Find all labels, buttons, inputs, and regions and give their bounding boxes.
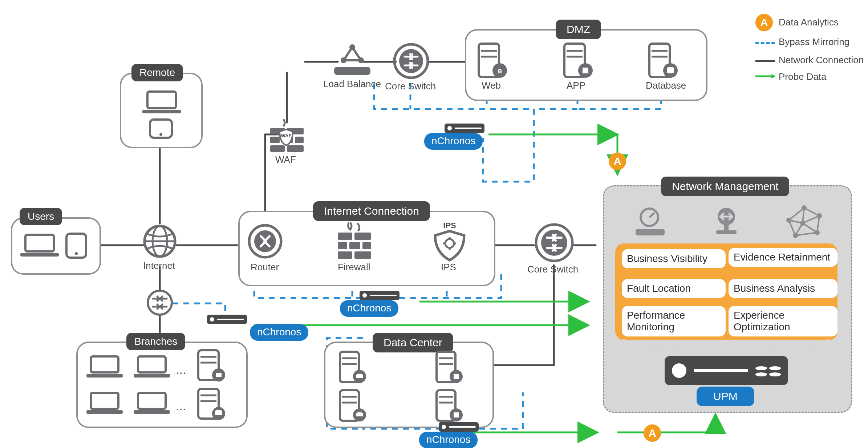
svg-point-102 <box>667 70 674 73</box>
core-switch-icon <box>534 222 575 263</box>
waf-label: WAF <box>275 154 296 165</box>
firewall-label: Firewall <box>338 262 370 273</box>
server-db-icon <box>646 42 679 78</box>
ips-label: IPS <box>441 262 456 273</box>
svg-point-134 <box>793 233 798 238</box>
svg-rect-41 <box>91 393 118 409</box>
svg-point-71 <box>541 230 567 256</box>
svg-rect-37 <box>91 356 118 372</box>
upm-badge: UPM <box>697 387 754 406</box>
mesh-icon <box>784 205 824 239</box>
card-evidence-retainment: Evidence Retainment <box>729 248 837 267</box>
svg-rect-74 <box>270 137 280 143</box>
svg-rect-113 <box>454 374 459 379</box>
svg-rect-61 <box>362 242 371 249</box>
card-experience-optimization: Experience Optimization <box>729 306 837 336</box>
card-business-analysis: Business Analysis <box>729 279 837 298</box>
nm-title: Network Management <box>661 177 789 196</box>
svg-point-133 <box>815 230 820 235</box>
server-icon <box>338 389 369 422</box>
svg-rect-40 <box>134 374 170 378</box>
svg-point-81 <box>341 57 346 63</box>
svg-rect-62 <box>338 251 352 259</box>
a-badge: A <box>609 153 626 170</box>
laptop-icon <box>86 355 123 379</box>
core-switch-icon <box>392 42 430 80</box>
svg-point-135 <box>786 218 791 223</box>
legend-probe: Probe Data <box>779 71 827 82</box>
internet-connection-title: Internet Connection <box>313 201 430 221</box>
svg-rect-108 <box>356 375 363 378</box>
nchronos-appliance-icon <box>445 124 484 133</box>
svg-point-28 <box>159 133 162 136</box>
web-label: Web <box>482 80 501 91</box>
svg-rect-30 <box>20 253 59 257</box>
legend-swatch-probe <box>755 73 776 80</box>
svg-rect-43 <box>138 393 166 409</box>
svg-rect-95 <box>583 68 588 73</box>
svg-rect-38 <box>86 374 123 378</box>
waf-icon: WAF <box>268 118 308 155</box>
router-label: Router <box>251 262 279 273</box>
load-balance-icon <box>330 43 374 78</box>
svg-point-82 <box>358 57 364 63</box>
data-center-title: Data Center <box>373 333 453 352</box>
app-label: APP <box>567 80 585 91</box>
upm-appliance-icon <box>665 356 788 385</box>
laptop-icon <box>142 89 182 115</box>
svg-rect-63 <box>354 251 371 259</box>
ellipsis: ... <box>176 399 186 413</box>
server-app-icon <box>561 42 594 78</box>
nchronos-badge: nChronos <box>419 432 478 448</box>
card-performance-monitoring: Performance Monitoring <box>622 306 726 336</box>
nchronos-badge: nChronos <box>424 133 483 150</box>
tablet-icon <box>149 118 173 139</box>
svg-rect-129 <box>724 225 729 230</box>
svg-text:WAF: WAF <box>281 133 292 138</box>
svg-rect-119 <box>356 413 363 416</box>
legend-swatch-bypass <box>755 42 775 44</box>
svg-rect-130 <box>716 230 737 234</box>
svg-rect-60 <box>349 242 360 249</box>
db-label: Database <box>646 80 686 91</box>
svg-point-80 <box>349 44 355 50</box>
svg-rect-39 <box>138 356 166 372</box>
svg-point-131 <box>802 205 807 210</box>
laptop-icon <box>20 233 60 258</box>
svg-rect-25 <box>147 92 176 108</box>
users-title: Users <box>20 208 62 225</box>
branches-title: Branches <box>126 333 185 350</box>
svg-point-36 <box>148 291 172 315</box>
firewall-icon <box>336 221 373 261</box>
a-badge: A <box>644 424 661 442</box>
ellipsis: ... <box>176 363 186 377</box>
nchronos-badge: nChronos <box>250 324 308 341</box>
svg-rect-58 <box>354 233 371 240</box>
svg-rect-42 <box>86 410 123 414</box>
svg-rect-77 <box>270 145 285 152</box>
router-icon <box>247 223 283 259</box>
svg-rect-59 <box>338 242 347 249</box>
nchronos-appliance-icon <box>207 315 247 324</box>
server-icon <box>434 350 466 384</box>
legend-bypass: Bypass Mirroring <box>779 36 849 48</box>
globe-icon <box>142 224 177 259</box>
svg-rect-124 <box>454 412 459 417</box>
legend-network: Network Connection <box>779 55 864 66</box>
legend-data-analytics: Data Analytics <box>779 17 839 28</box>
svg-text:IPS: IPS <box>443 221 456 230</box>
tablet-icon <box>65 233 87 259</box>
card-business-visibility: Business Visibility <box>622 249 726 268</box>
svg-rect-127 <box>636 229 665 235</box>
svg-rect-29 <box>25 235 54 251</box>
svg-point-32 <box>75 252 78 255</box>
svg-rect-26 <box>142 110 181 113</box>
gauge-device-icon <box>632 206 668 238</box>
a-letter: A <box>760 16 768 29</box>
svg-point-65 <box>445 239 454 248</box>
dmz-title: DMZ <box>556 20 601 39</box>
svg-text:e: e <box>498 66 502 75</box>
svg-line-126 <box>649 213 654 217</box>
svg-rect-83 <box>334 67 370 75</box>
remote-title: Remote <box>131 64 183 81</box>
